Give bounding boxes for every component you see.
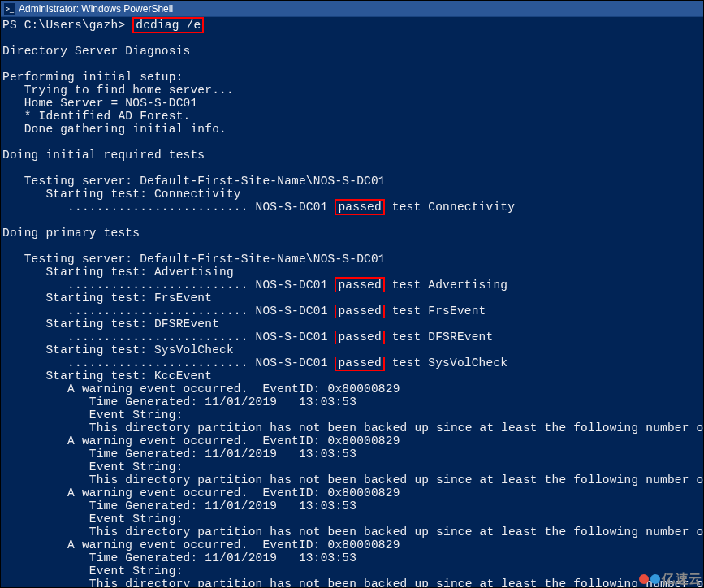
advertising-prefix: ......................... NOS-S-DC01 bbox=[2, 279, 335, 292]
powershell-icon: >_ bbox=[4, 3, 15, 15]
frsevent-prefix: ......................... NOS-S-DC01 bbox=[2, 305, 335, 318]
dfsrevent-suffix: test DFSREvent bbox=[385, 331, 494, 344]
setup-line-1: Home Server = NOS-S-DC01 bbox=[2, 97, 197, 110]
eventstr-1: Event String: bbox=[2, 409, 184, 422]
warning-1: A warning event occurred. EventID: 0x800… bbox=[2, 383, 400, 396]
frsevent-suffix: test FrsEvent bbox=[385, 305, 486, 318]
backup-2: This directory partition has not been ba… bbox=[2, 473, 703, 486]
testing-server-2: Testing server: Default-First-Site-Name\… bbox=[2, 253, 386, 266]
setup-line-2: * Identified AD Forest. bbox=[2, 110, 190, 123]
command-highlight: dcdiag /e bbox=[132, 17, 204, 33]
connectivity-result-prefix: ......................... NOS-S-DC01 bbox=[2, 201, 335, 214]
starting-dfsrevent: Starting test: DFSREvent bbox=[2, 318, 219, 331]
passed-text-3: passed bbox=[335, 305, 384, 318]
starting-connectivity: Starting test: Connectivity bbox=[2, 188, 241, 201]
watermark-dot-blue bbox=[650, 574, 660, 584]
time-3: Time Generated: 11/01/2019 13:03:53 bbox=[2, 499, 356, 512]
passed-text-4: passed bbox=[335, 331, 384, 344]
connectivity-result-suffix: test Connectivity bbox=[385, 201, 515, 214]
passed-text-2: passed bbox=[335, 277, 384, 292]
starting-frsevent: Starting test: FrsEvent bbox=[2, 292, 212, 305]
sysvolcheck-suffix: test SysVolCheck bbox=[385, 357, 507, 370]
starting-kccevent: Starting test: KccEvent bbox=[2, 370, 212, 383]
eventstr-4: Event String: bbox=[2, 564, 184, 577]
eventstr-2: Event String: bbox=[2, 460, 184, 473]
time-4: Time Generated: 11/01/2019 13:03:53 bbox=[2, 551, 356, 564]
setup-header: Performing initial setup: bbox=[2, 71, 184, 84]
sysvolcheck-prefix: ......................... NOS-S-DC01 bbox=[2, 357, 335, 370]
passed-text-1: passed bbox=[338, 201, 381, 214]
backup-4: This directory partition has not been ba… bbox=[2, 577, 703, 587]
console-output[interactable]: PS C:\Users\gazh> dcdiag /e Directory Se… bbox=[1, 17, 703, 587]
backup-1: This directory partition has not been ba… bbox=[2, 422, 703, 435]
watermark-dot-red bbox=[639, 574, 649, 584]
passed-text-5: passed bbox=[335, 357, 384, 371]
starting-advertising: Starting test: Advertising bbox=[2, 266, 234, 279]
passed-highlight-1: passed bbox=[335, 199, 384, 215]
dfsrevent-prefix: ......................... NOS-S-DC01 bbox=[2, 331, 335, 344]
backup-3: This directory partition has not been ba… bbox=[2, 525, 703, 538]
eventstr-3: Event String: bbox=[2, 512, 184, 525]
time-1: Time Generated: 11/01/2019 13:03:53 bbox=[2, 396, 356, 409]
watermark-logo: 亿速云 bbox=[639, 573, 702, 586]
testing-server-1: Testing server: Default-First-Site-Name\… bbox=[2, 175, 386, 188]
initial-tests-header: Doing initial required tests bbox=[2, 149, 205, 162]
diagnosis-header: Directory Server Diagnosis bbox=[2, 45, 190, 58]
warning-4: A warning event occurred. EventID: 0x800… bbox=[2, 538, 400, 551]
primary-tests-header: Doing primary tests bbox=[2, 227, 140, 240]
starting-sysvolcheck: Starting test: SysVolCheck bbox=[2, 344, 234, 357]
setup-line-0: Trying to find home server... bbox=[2, 84, 234, 97]
window-title-bar[interactable]: >_ Administrator: Windows PowerShell bbox=[1, 1, 703, 17]
prompt: PS C:\Users\gazh> bbox=[2, 19, 125, 32]
warning-2: A warning event occurred. EventID: 0x800… bbox=[2, 435, 400, 447]
setup-line-3: Done gathering initial info. bbox=[2, 123, 227, 136]
advertising-suffix: test Advertising bbox=[385, 279, 507, 292]
command-text: dcdiag /e bbox=[136, 19, 201, 32]
warning-3: A warning event occurred. EventID: 0x800… bbox=[2, 486, 400, 499]
window-title: Administrator: Windows PowerShell bbox=[19, 3, 173, 15]
time-2: Time Generated: 11/01/2019 13:03:53 bbox=[2, 447, 356, 460]
watermark-text: 亿速云 bbox=[662, 573, 702, 586]
